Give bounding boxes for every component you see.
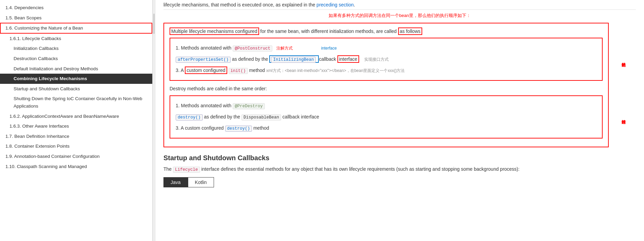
after-props-code: afterPropertiesSet(): [176, 57, 231, 63]
destroy-method-code: destroy(): [176, 114, 203, 120]
tab-bar: Java Kotlin: [163, 177, 636, 187]
custom-configured-boxed: custom configured: [185, 67, 227, 74]
destroy-list: 1. Methods annotated with @PreDestroy de…: [176, 100, 597, 134]
annot-annotation: 注解方式: [276, 46, 293, 51]
sidebar-item-s5[interactable]: Initialization Callbacks: [0, 43, 152, 54]
multiple-lifecycle-boxed: Multiple lifecycle mechanisms configured: [170, 27, 259, 35]
destroy-item-1: 1. Methods annotated with @PreDestroy: [176, 100, 597, 111]
sidebar-item-s6[interactable]: Destruction Callbacks: [0, 54, 152, 64]
sidebar-item-s10[interactable]: Shutting Down the Spring IoC Container G…: [0, 94, 152, 111]
sidebar-item-s3[interactable]: 1.6. Customizing the Nature of a Bean: [0, 23, 152, 34]
destroy-item-2: destroy() as defined by the DisposableBe…: [176, 111, 597, 123]
lifecycle-outer-box: Multiple lifecycle mechanisms configured…: [163, 23, 609, 147]
interface-boxed: interface: [337, 55, 359, 63]
destroy-box: 1. Methods annotated with @PreDestroy de…: [170, 95, 603, 138]
startup-shutdown-heading: Startup and Shutdown Callbacks: [163, 154, 636, 162]
annot-interface-arrow: interface: [321, 46, 337, 51]
disposable-bean-code: DisposableBean: [241, 114, 281, 120]
sidebar-item-s13[interactable]: 1.7. Bean Definition Inheritance: [0, 131, 152, 142]
init-item-3: 3. A custom configured init() method xml…: [176, 65, 597, 76]
after-props-code-wrapper: afterPropertiesSet(): [176, 56, 232, 62]
sidebar: 1.4. Dependencies1.5. Bean Scopes1.6. Cu…: [0, 0, 153, 241]
as-follows-boxed: as follows: [398, 27, 422, 35]
sidebar-item-s4[interactable]: 1.6.1. Lifecycle Callbacks: [0, 34, 152, 44]
tab-java[interactable]: Java: [163, 177, 188, 187]
pre-destroy-code: @PreDestroy: [233, 103, 265, 109]
chinese-note: 如果有多种方式的回调方法在同一个bean里，那么他们的执行顺序如下：: [163, 13, 636, 19]
initializing-bean-code: InitializingBean: [271, 57, 316, 63]
scrollbar-thumb: [153, 14, 155, 34]
lifecycle-paragraph: The Lifecycle interface defines the esse…: [163, 165, 636, 173]
sidebar-item-s14[interactable]: 1.8. Container Extension Points: [0, 141, 152, 151]
initializing-bean-boxed: InitializingBean: [269, 55, 319, 63]
sidebar-item-s7[interactable]: Default Initialization and Destroy Metho…: [0, 64, 152, 74]
sidebar-scrollbar[interactable]: [153, 0, 155, 241]
top-text-bar: lifecycle mechanisms, that method is exe…: [163, 0, 636, 10]
sidebar-item-s16[interactable]: 1.10. Classpath Scanning and Managed: [0, 162, 152, 172]
annot-xml: xml方式：<bean init-method="xxx"></bean>，在b…: [266, 68, 405, 73]
preceding-section-link[interactable]: preceding section: [316, 2, 354, 7]
top-text-content: lifecycle mechanisms, that method is exe…: [163, 2, 315, 7]
sidebar-item-s8[interactable]: Combining Lifecycle Mechanisms: [0, 74, 152, 84]
callback-text: callback: [319, 56, 337, 62]
post-construct-code: @PostConstruct: [233, 45, 272, 52]
sidebar-item-s12[interactable]: 1.6.3. Other Aware Interfaces: [0, 121, 152, 131]
sidebar-item-s15[interactable]: 1.9. Annotation-based Container Configur…: [0, 151, 152, 162]
destroy-item-3: 3. A custom configured destroy() method: [176, 123, 597, 134]
init-method-code: init(): [229, 68, 248, 74]
sidebar-item-s1[interactable]: 1.4. Dependencies: [0, 3, 152, 13]
multiple-lifecycle-text: Multiple lifecycle mechanisms configured…: [170, 27, 603, 35]
destroy-custom-code: destroy(): [225, 126, 252, 132]
init-box: 1. Methods annotated with @PostConstruct…: [170, 38, 603, 81]
multiple-lifecycle-mid: for the same bean, with different initia…: [260, 29, 397, 34]
tab-kotlin[interactable]: Kotlin: [188, 177, 214, 187]
init-list: 1. Methods annotated with @PostConstruct…: [176, 42, 597, 76]
init-item-2: afterPropertiesSet() as defined by the I…: [176, 54, 597, 65]
main-content: lifecycle mechanisms, that method is exe…: [155, 0, 644, 241]
sidebar-item-s11[interactable]: 1.6.2. ApplicationContextAware and BeanN…: [0, 111, 152, 122]
annot-interface-method: 实现接口方式: [364, 57, 389, 62]
init-item-1: 1. Methods annotated with @PostConstruct…: [176, 42, 597, 54]
sidebar-item-s2[interactable]: 1.5. Bean Scopes: [0, 13, 152, 23]
lifecycle-interface-code: Lifecycle: [173, 167, 200, 173]
destroy-intro-text: Destroy methods are called in the same o…: [170, 85, 603, 92]
sidebar-item-s9[interactable]: Startup and Shutdown Callbacks: [0, 84, 152, 94]
